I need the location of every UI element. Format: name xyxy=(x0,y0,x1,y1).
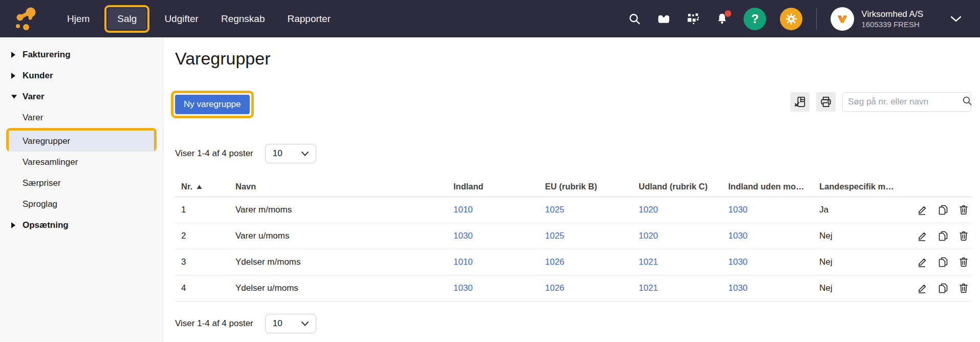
company-number: 1605339 FRESH xyxy=(861,20,923,29)
e-conomic-logo-icon[interactable] xyxy=(13,6,40,32)
sidebar-item-sproglag[interactable]: Sproglag xyxy=(0,194,163,215)
pagination-top: Viser 1-4 af 4 poster 10 xyxy=(175,144,316,163)
toolbar xyxy=(790,92,971,112)
table-body: 1 Varer m/moms 1010 1025 1020 1030 Ja xyxy=(175,197,972,302)
search-icon[interactable] xyxy=(961,95,973,109)
page-size-select[interactable]: 10 xyxy=(265,314,316,333)
copy-icon[interactable] xyxy=(937,282,949,294)
sidebar-item-opsaetning[interactable]: Opsætning xyxy=(0,215,163,236)
account-link[interactable]: 1021 xyxy=(639,283,658,293)
nav-item-regnskab[interactable]: Regnskab xyxy=(211,8,275,30)
bell-icon[interactable] xyxy=(714,11,730,27)
sidebar-item-kunder[interactable]: Kunder xyxy=(0,65,163,86)
column-header-eu[interactable]: EU (rubrik B) xyxy=(545,182,639,191)
sidebar-item-varer-section[interactable]: Varer xyxy=(0,86,163,107)
column-header-indland-uden-moms[interactable]: Indland uden mo… xyxy=(728,182,819,191)
apps-icon[interactable] xyxy=(685,11,701,27)
account-link[interactable]: 1025 xyxy=(545,205,564,215)
new-varegruppe-button[interactable]: Ny varegruppe xyxy=(175,95,250,114)
table-row: 1 Varer m/moms 1010 1025 1020 1030 Ja xyxy=(175,197,972,223)
account-link[interactable]: 1020 xyxy=(639,231,658,241)
sidebar-item-saerpriser[interactable]: Særpriser xyxy=(0,173,163,194)
sidebar-item-label: Særpriser xyxy=(23,178,61,188)
copy-icon[interactable] xyxy=(937,204,949,216)
help-icon[interactable]: ? xyxy=(744,8,766,30)
table-search xyxy=(842,92,971,112)
column-header-nr[interactable]: Nr. xyxy=(175,182,235,191)
main-nav: Hjem Salg Udgifter Regnskab Rapporter xyxy=(57,5,340,33)
nav-item-hjem[interactable]: Hjem xyxy=(57,8,99,30)
triangle-right-icon xyxy=(11,52,17,58)
sidebar-item-varegrupper[interactable]: Varegrupper xyxy=(9,131,154,152)
account-link[interactable]: 1030 xyxy=(453,231,473,241)
account-link[interactable]: 1030 xyxy=(728,283,748,293)
row-actions xyxy=(917,282,972,294)
account-link[interactable]: 1021 xyxy=(639,257,658,267)
edit-icon[interactable] xyxy=(917,204,929,216)
triangle-right-icon xyxy=(11,222,17,228)
sidebar-item-label: Sproglag xyxy=(23,199,57,209)
column-header-udland[interactable]: Udland (rubrik C) xyxy=(639,182,728,191)
cell-navn: Ydelser m/moms xyxy=(235,257,453,267)
edit-icon[interactable] xyxy=(917,256,929,268)
row-actions xyxy=(917,256,972,268)
notification-dot xyxy=(725,10,731,17)
topbar-right: ? xyxy=(627,7,967,31)
chevron-down-icon[interactable] xyxy=(948,11,964,27)
highlight-annotation-varegrupper: Varegrupper xyxy=(6,128,157,152)
table-row: 4 Ydelser u/moms 1030 1026 1021 1030 Nej xyxy=(175,275,972,302)
search-input[interactable] xyxy=(848,97,961,107)
cell-landespecifik: Nej xyxy=(819,231,902,241)
inbox-icon[interactable] xyxy=(656,11,671,27)
column-header-navn[interactable]: Navn xyxy=(235,182,453,191)
row-actions xyxy=(917,204,972,216)
column-header-indland[interactable]: Indland xyxy=(453,182,545,191)
chevron-down-icon xyxy=(301,322,309,326)
sidebar-item-fakturering[interactable]: Fakturering xyxy=(0,44,163,65)
company-avatar xyxy=(831,7,854,31)
highlight-annotation-new-button: Ny varegruppe xyxy=(171,91,254,118)
nav-item-udgifter[interactable]: Udgifter xyxy=(155,8,208,30)
nav-item-rapporter[interactable]: Rapporter xyxy=(277,8,340,30)
cell-landespecifik: Nej xyxy=(819,257,902,267)
sort-asc-icon xyxy=(197,185,202,189)
account-link[interactable]: 1020 xyxy=(639,205,658,215)
company-name: Virksomhed A/S xyxy=(861,9,923,20)
page-size-value: 10 xyxy=(273,148,282,159)
account-link[interactable]: 1010 xyxy=(453,205,473,215)
cell-landespecifik: Nej xyxy=(819,283,902,293)
sidebar-item-label: Kunder xyxy=(23,71,53,81)
column-header-landespecifik[interactable]: Landespecifik m… xyxy=(819,182,902,191)
copy-icon[interactable] xyxy=(937,256,949,268)
sidebar-item-varer[interactable]: Varer xyxy=(0,107,163,128)
account-menu[interactable]: Virksomhed A/S 1605339 FRESH xyxy=(831,7,923,31)
delete-icon[interactable] xyxy=(957,204,970,216)
search-icon[interactable] xyxy=(627,11,642,27)
page-size-select[interactable]: 10 xyxy=(265,144,316,163)
account-link[interactable]: 1030 xyxy=(453,283,473,293)
print-icon[interactable] xyxy=(816,92,836,112)
account-link[interactable]: 1010 xyxy=(453,257,473,267)
table-header: Nr. Navn Indland EU (rubrik B) Udland (r… xyxy=(175,177,972,197)
copy-icon[interactable] xyxy=(937,230,949,242)
delete-icon[interactable] xyxy=(957,256,970,268)
account-link[interactable]: 1030 xyxy=(728,205,748,215)
delete-icon[interactable] xyxy=(957,230,970,242)
gear-icon[interactable] xyxy=(780,8,802,30)
account-link[interactable]: 1030 xyxy=(728,231,748,241)
sidebar-item-varesamlinger[interactable]: Varesamlinger xyxy=(0,152,163,173)
account-link[interactable]: 1026 xyxy=(545,257,564,267)
edit-icon[interactable] xyxy=(917,282,929,294)
account-link[interactable]: 1026 xyxy=(545,283,564,293)
account-link[interactable]: 1030 xyxy=(728,257,748,267)
export-icon[interactable] xyxy=(790,92,810,112)
pagination-bottom: Viser 1-4 af 4 poster 10 xyxy=(175,314,316,333)
pagination-summary: Viser 1-4 af 4 poster xyxy=(175,318,253,329)
delete-icon[interactable] xyxy=(957,282,970,294)
edit-icon[interactable] xyxy=(917,230,929,242)
page-size-value: 10 xyxy=(273,318,282,329)
row-actions xyxy=(917,230,972,242)
page-title: Varegrupper xyxy=(175,49,271,69)
account-link[interactable]: 1025 xyxy=(545,231,564,241)
nav-item-salg[interactable]: Salg xyxy=(107,8,146,30)
